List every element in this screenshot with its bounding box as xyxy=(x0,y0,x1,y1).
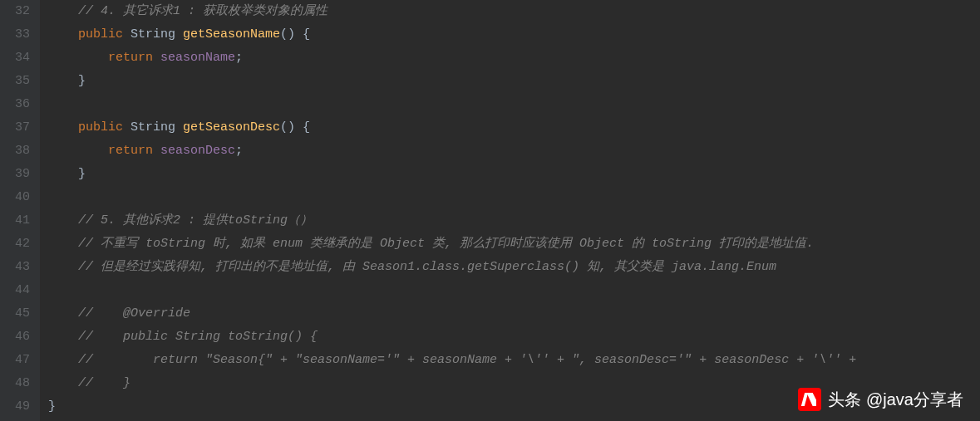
code-line: // 不重写 toString 时, 如果 enum 类继承的是 Object … xyxy=(48,233,980,256)
line-number: 36 xyxy=(7,93,30,116)
line-number: 44 xyxy=(7,279,30,302)
code-line: // 4. 其它诉求1 : 获取枚举类对象的属性 xyxy=(48,0,980,23)
line-number-gutter: 32 33 34 35 36 37 38 39 40 41 42 43 44 4… xyxy=(0,0,40,421)
line-number: 46 xyxy=(7,326,30,349)
line-number: 47 xyxy=(7,349,30,372)
code-line xyxy=(48,279,980,302)
code-line: // @Override xyxy=(48,302,980,326)
toutiao-icon xyxy=(798,388,821,411)
code-line: } xyxy=(48,70,980,93)
line-number: 43 xyxy=(7,256,30,279)
line-number: 34 xyxy=(7,47,30,70)
line-number: 39 xyxy=(7,163,30,186)
line-number: 33 xyxy=(7,23,30,47)
watermark-text: 头条 @java分享者 xyxy=(828,388,963,411)
code-line: public String getSeasonName() { xyxy=(48,23,980,47)
watermark: 头条 @java分享者 xyxy=(798,388,963,411)
line-number: 41 xyxy=(7,209,30,233)
line-number: 42 xyxy=(7,233,30,256)
line-number: 45 xyxy=(7,302,30,326)
code-line: // return "Season{" + "seasonName='" + s… xyxy=(48,349,980,372)
code-line xyxy=(48,93,980,116)
code-content[interactable]: // 4. 其它诉求1 : 获取枚举类对象的属性 public String g… xyxy=(40,0,980,421)
code-line xyxy=(48,186,980,209)
code-line: // public String toString() { xyxy=(48,326,980,349)
code-line: public String getSeasonDesc() { xyxy=(48,116,980,140)
code-line: } xyxy=(48,163,980,186)
code-line: // 5. 其他诉求2 : 提供toString（） xyxy=(48,209,980,233)
line-number: 40 xyxy=(7,186,30,209)
line-number: 35 xyxy=(7,70,30,93)
line-number: 38 xyxy=(7,140,30,163)
code-line: return seasonDesc; xyxy=(48,140,980,163)
code-line: return seasonName; xyxy=(48,47,980,70)
code-editor[interactable]: 32 33 34 35 36 37 38 39 40 41 42 43 44 4… xyxy=(0,0,980,421)
line-number: 37 xyxy=(7,116,30,140)
line-number: 49 xyxy=(7,395,30,419)
line-number: 48 xyxy=(7,372,30,395)
code-line: // 但是经过实践得知, 打印出的不是地址值, 由 Season1.class.… xyxy=(48,256,980,279)
line-number: 32 xyxy=(7,0,30,23)
